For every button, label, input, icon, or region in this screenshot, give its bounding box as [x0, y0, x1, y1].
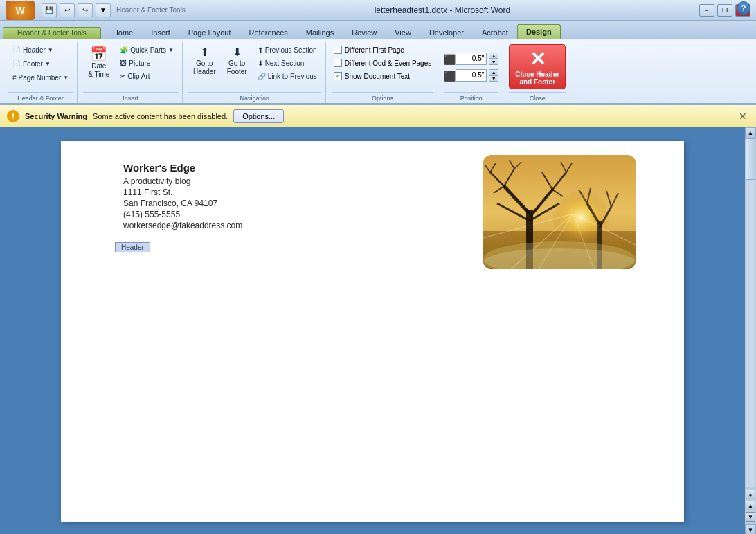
tab-view[interactable]: View	[386, 25, 420, 39]
header-pos-spinners: ▲ ▼	[489, 53, 498, 65]
group-position-label: Position	[444, 92, 498, 103]
show-doc-text-label: Show Document Text	[345, 73, 410, 80]
header-pos-up[interactable]: ▲	[489, 53, 498, 59]
header-icon: 📄	[12, 46, 21, 54]
tab-mailings[interactable]: Mailings	[297, 25, 343, 39]
goto-header-button[interactable]: ⬆ Go toHeader	[188, 44, 221, 79]
show-doc-text-cb-box: ✓	[334, 72, 342, 80]
company-phone: (415) 555-5555	[123, 210, 242, 219]
ribbon-tab-bar: Header & Footer Tools Home Insert Page L…	[0, 21, 756, 39]
tab-home[interactable]: Home	[104, 25, 142, 39]
page-number-button[interactable]: # Page Number ▼	[8, 72, 73, 84]
help-button[interactable]: ?	[737, 1, 750, 15]
group-position-items: ⬛ ▲ ▼ ⬛ ▲ ▼	[444, 42, 498, 92]
footer-label: Footer	[23, 60, 43, 68]
datetime-button[interactable]: 📅 Date& Time	[83, 44, 114, 82]
document-container[interactable]: Worker's Edge A productivity blog 1111 F…	[0, 127, 745, 534]
company-address1: 1111 First St.	[123, 187, 242, 197]
tab-design[interactable]: Design	[517, 24, 561, 39]
security-close-button[interactable]: ✕	[737, 110, 749, 122]
scroll-nav-icons: ● ▲ ▼	[746, 487, 755, 524]
next-section-button[interactable]: ⬇ Next Section	[253, 57, 321, 69]
tab-references[interactable]: References	[240, 25, 297, 39]
footer-button[interactable]: 📄 Footer ▼	[8, 58, 73, 70]
tab-review[interactable]: Review	[343, 25, 386, 39]
footer-pos-down[interactable]: ▼	[489, 75, 498, 82]
picture-label: Picture	[129, 59, 150, 67]
office-button[interactable]: W	[6, 1, 35, 20]
window-controls: − ❐ ✕ ?	[699, 4, 750, 17]
document-header-area: Worker's Edge A productivity blog 1111 F…	[61, 141, 684, 239]
select-browse-object-btn[interactable]: ●	[746, 490, 755, 499]
title-bar-left: W 💾 ↩ ↪ ▼ Header & Footer Tools	[6, 1, 186, 20]
footer-pos-spinners: ▲ ▼	[489, 69, 498, 82]
scroll-up-arrow[interactable]: ▲	[745, 127, 756, 138]
ribbon-content: 📄 Header ▼ 📄 Footer ▼ # Page Number ▼	[0, 39, 756, 104]
scroll-thumb[interactable]	[746, 138, 755, 180]
footer-position-input[interactable]	[456, 69, 487, 82]
scroll-down-arrow[interactable]: ▼	[745, 524, 756, 534]
ribbon: Header & Footer Tools Home Insert Page L…	[0, 21, 756, 105]
main-area: Worker's Edge A productivity blog 1111 F…	[0, 127, 756, 534]
datetime-icon: 📅	[90, 47, 107, 61]
quickparts-icon: 🧩	[120, 46, 128, 54]
group-close-label: Close	[509, 92, 566, 103]
quickparts-button[interactable]: 🧩 Quick Parts ▼	[116, 44, 178, 56]
prev-page-btn[interactable]: ▲	[746, 501, 755, 510]
quickparts-label: Quick Parts	[130, 46, 166, 54]
group-header-footer-label: Header & Footer	[8, 92, 73, 103]
next-page-btn[interactable]: ▼	[746, 512, 755, 522]
picture-button[interactable]: 🖼 Picture	[116, 57, 178, 69]
group-header-footer-items: 📄 Header ▼ 📄 Footer ▼ # Page Number ▼	[8, 42, 73, 92]
qat-save[interactable]: 💾	[42, 3, 57, 17]
linktoprev-label: Link to Previous	[268, 73, 317, 80]
link-to-prev-button[interactable]: 🔗 Link to Previous	[253, 71, 321, 82]
clipart-button[interactable]: ✂ Clip Art	[116, 71, 178, 82]
group-insert: 📅 Date& Time 🧩 Quick Parts ▼ 🖼 Picture ✂	[79, 42, 183, 103]
header-position-row: ⬛ ▲ ▼	[444, 53, 498, 65]
gotofooter-icon: ⬇	[233, 47, 242, 58]
security-options-button[interactable]: Options...	[233, 109, 284, 123]
group-navigation-items: ⬆ Go toHeader ⬇ Go toFooter ⬆ Previous S…	[188, 42, 321, 92]
tab-acrobat[interactable]: Acrobat	[473, 25, 517, 39]
group-position: ⬛ ▲ ▼ ⬛ ▲ ▼ Position	[440, 42, 503, 103]
tab-pagelayout[interactable]: Page Layout	[179, 25, 240, 39]
group-close: ✕ Close Headerand Footer Close	[505, 42, 570, 103]
prev-section-button[interactable]: ⬆ Previous Section	[253, 44, 321, 56]
minimize-button[interactable]: −	[699, 4, 714, 17]
tab-developer[interactable]: Developer	[420, 25, 473, 39]
qat-more[interactable]: ▼	[96, 3, 111, 17]
window-title: letterheadtest1.dotx - Microsoft Word	[375, 6, 511, 15]
header-position-input[interactable]	[456, 53, 487, 65]
svg-rect-34	[526, 257, 533, 269]
header-dropdown-icon: ▼	[48, 47, 53, 53]
prevsection-icon: ⬆	[258, 46, 263, 54]
different-first-checkbox[interactable]: Different First Page	[332, 44, 406, 55]
goto-footer-button[interactable]: ⬇ Go toFooter	[222, 44, 252, 79]
header-pos-down[interactable]: ▼	[489, 59, 498, 65]
close-header-footer-button[interactable]: ✕ Close Headerand Footer	[509, 44, 566, 89]
group-options-items: Different First Page Different Odd & Eve…	[332, 42, 433, 92]
footer-pos-up[interactable]: ▲	[489, 69, 498, 75]
gotofooter-label: Go toFooter	[227, 59, 247, 76]
nextsection-label: Next Section	[265, 59, 305, 67]
qat-redo[interactable]: ↪	[78, 3, 93, 17]
tab-insert[interactable]: Insert	[142, 25, 179, 39]
scroll-track[interactable]	[746, 138, 755, 487]
group-close-items: ✕ Close Headerand Footer	[509, 42, 566, 92]
qat-undo[interactable]: ↩	[60, 3, 75, 17]
header-label: Header	[23, 46, 46, 54]
header-pos-icon: ⬛	[444, 54, 453, 64]
company-email: workersedge@fakeaddress.com	[123, 221, 242, 230]
different-odd-checkbox[interactable]: Different Odd & Even Pages	[332, 57, 433, 68]
security-message: Some active content has been disabled.	[93, 112, 228, 120]
picture-icon: 🖼	[120, 59, 127, 67]
header-button[interactable]: 📄 Header ▼	[8, 44, 73, 56]
different-odd-cb-box	[334, 59, 342, 67]
restore-button[interactable]: ❐	[717, 4, 732, 17]
different-first-label: Different First Page	[345, 46, 404, 54]
footer-position-row: ⬛ ▲ ▼	[444, 69, 498, 82]
show-doc-text-checkbox[interactable]: ✓ Show Document Text	[332, 71, 412, 82]
footer-dropdown-icon: ▼	[45, 61, 51, 67]
pagenumber-icon: #	[12, 74, 17, 82]
